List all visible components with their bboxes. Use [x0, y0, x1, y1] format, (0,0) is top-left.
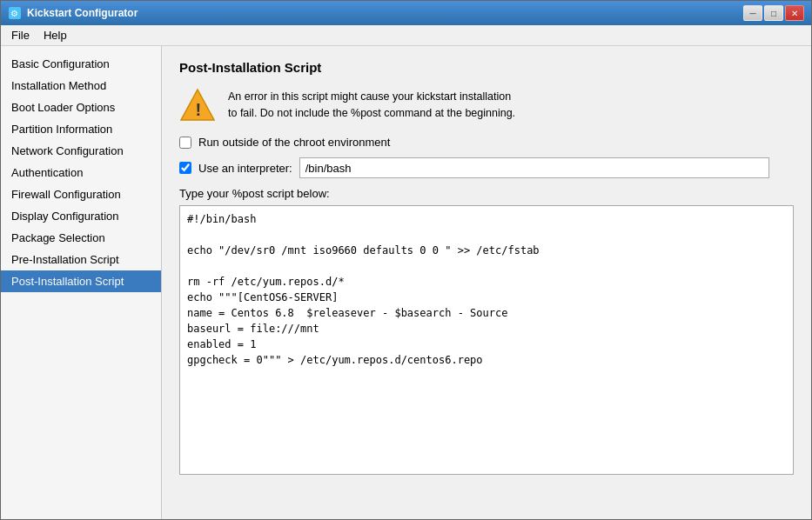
sidebar-item-firewall-config[interactable]: Firewall Configuration — [1, 183, 161, 205]
app-icon: ⚙ — [8, 6, 22, 20]
maximize-button[interactable]: □ — [764, 5, 783, 21]
warning-triangle-icon: ! — [179, 87, 216, 123]
chroot-label[interactable]: Run outside of the chroot environment — [198, 136, 390, 149]
window-title: Kickstart Configurator — [27, 7, 738, 19]
chroot-row: Run outside of the chroot environment — [179, 136, 794, 149]
sidebar-item-authentication[interactable]: Authentication — [1, 162, 161, 183]
svg-text:⚙: ⚙ — [10, 9, 18, 18]
main-window: ⚙ Kickstart Configurator ─ □ ✕ File Help… — [0, 0, 812, 520]
page-title: Post-Installation Script — [179, 60, 794, 75]
sidebar-item-boot-loader[interactable]: Boot Loader Options — [1, 97, 161, 118]
sidebar: Basic Configuration Installation Method … — [1, 46, 162, 519]
close-button[interactable]: ✕ — [785, 5, 804, 21]
warning-box: ! An error in this script might cause yo… — [179, 87, 794, 123]
interpreter-input[interactable] — [299, 157, 769, 178]
interpreter-row: Use an interpreter: — [179, 157, 794, 178]
sidebar-item-installation-method[interactable]: Installation Method — [1, 75, 161, 97]
script-label: Type your %post script below: — [179, 187, 794, 200]
sidebar-item-network-config[interactable]: Network Configuration — [1, 140, 161, 162]
sidebar-item-pre-install[interactable]: Pre-Installation Script — [1, 249, 161, 270]
content-pane: Post-Installation Script ! An error in t… — [162, 46, 811, 519]
menu-help[interactable]: Help — [37, 27, 74, 43]
svg-text:!: ! — [196, 100, 202, 119]
titlebar: ⚙ Kickstart Configurator ─ □ ✕ — [1, 1, 811, 25]
sidebar-item-basic-config[interactable]: Basic Configuration — [1, 53, 161, 75]
script-textarea[interactable] — [179, 205, 794, 475]
titlebar-buttons: ─ □ ✕ — [743, 5, 804, 21]
sidebar-item-post-install[interactable]: Post-Installation Script — [1, 270, 161, 292]
interpreter-checkbox[interactable] — [179, 162, 191, 174]
interpreter-label[interactable]: Use an interpreter: — [198, 162, 292, 175]
minimize-button[interactable]: ─ — [743, 5, 762, 21]
menu-file[interactable]: File — [4, 27, 37, 43]
chroot-checkbox[interactable] — [179, 137, 191, 149]
sidebar-item-partition-info[interactable]: Partition Information — [1, 118, 161, 140]
sidebar-item-package-selection[interactable]: Package Selection — [1, 227, 161, 249]
menubar: File Help — [1, 25, 811, 46]
main-content: Basic Configuration Installation Method … — [1, 46, 811, 519]
warning-message: An error in this script might cause your… — [228, 89, 515, 122]
sidebar-item-display-config[interactable]: Display Configuration — [1, 205, 161, 227]
